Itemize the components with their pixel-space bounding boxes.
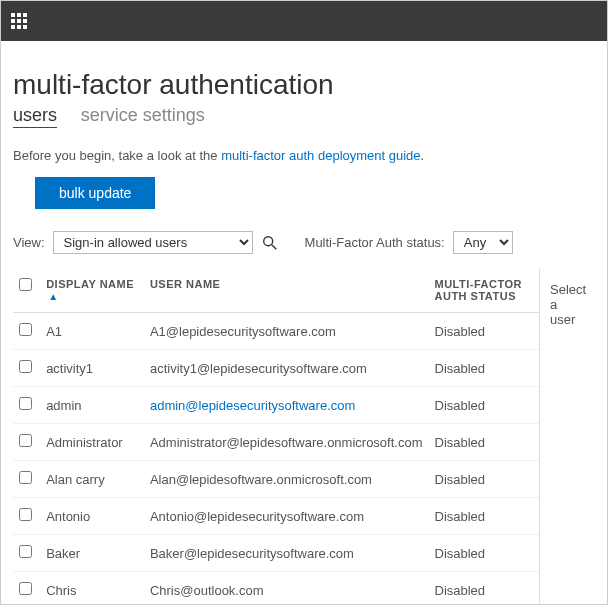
app-launcher-icon[interactable] bbox=[11, 13, 27, 29]
cell-display-name: Administrator bbox=[40, 424, 144, 461]
cell-mfa-status: Disabled bbox=[429, 461, 540, 498]
cell-mfa-status: Disabled bbox=[429, 498, 540, 535]
cell-mfa-status: Disabled bbox=[429, 424, 540, 461]
user-email: Alan@lepidesoftware.onmicrosoft.com bbox=[150, 472, 372, 487]
select-user-prompt: Select a user bbox=[550, 282, 585, 327]
cell-user-name: Antonio@lepidesecuritysoftware.com bbox=[144, 498, 429, 535]
tab-service-settings[interactable]: service settings bbox=[81, 105, 205, 125]
side-panel: Select a user bbox=[539, 268, 595, 605]
sort-asc-icon: ▲ bbox=[48, 291, 58, 302]
cell-mfa-status: Disabled bbox=[429, 313, 540, 350]
table-row[interactable]: AdministratorAdministrator@lepidesoftwar… bbox=[13, 424, 539, 461]
row-checkbox[interactable] bbox=[19, 397, 32, 410]
intro-text: Before you begin, take a look at the mul… bbox=[13, 148, 595, 163]
tabs: users service settings bbox=[13, 105, 595, 126]
view-label: View: bbox=[13, 235, 45, 250]
row-checkbox[interactable] bbox=[19, 508, 32, 521]
select-all-checkbox[interactable] bbox=[19, 278, 32, 291]
table-row[interactable]: adminadmin@lepidesecuritysoftware.comDis… bbox=[13, 387, 539, 424]
cell-user-name: admin@lepidesecuritysoftware.com bbox=[144, 387, 429, 424]
cell-display-name: Chris bbox=[40, 572, 144, 606]
cell-display-name: activity1 bbox=[40, 350, 144, 387]
table-row[interactable]: ChrisChris@outlook.comDisabled bbox=[13, 572, 539, 606]
col-user-name[interactable]: USER NAME bbox=[144, 268, 429, 313]
top-bar bbox=[1, 1, 607, 41]
cell-user-name: Baker@lepidesecuritysoftware.com bbox=[144, 535, 429, 572]
user-email-link[interactable]: admin@lepidesecuritysoftware.com bbox=[150, 398, 355, 413]
user-email: Baker@lepidesecuritysoftware.com bbox=[150, 546, 354, 561]
svg-point-0 bbox=[263, 236, 272, 245]
row-checkbox[interactable] bbox=[19, 434, 32, 447]
bulk-update-button[interactable]: bulk update bbox=[35, 177, 155, 209]
row-checkbox[interactable] bbox=[19, 471, 32, 484]
row-checkbox[interactable] bbox=[19, 360, 32, 373]
user-email: A1@lepidesecuritysoftware.com bbox=[150, 324, 336, 339]
user-email: Administrator@lepidesoftware.onmicrosoft… bbox=[150, 435, 423, 450]
mfa-status-label: Multi-Factor Auth status: bbox=[305, 235, 445, 250]
cell-mfa-status: Disabled bbox=[429, 535, 540, 572]
view-select[interactable]: Sign-in allowed users bbox=[53, 231, 253, 254]
tab-users[interactable]: users bbox=[13, 105, 57, 128]
cell-user-name: Administrator@lepidesoftware.onmicrosoft… bbox=[144, 424, 429, 461]
cell-user-name: A1@lepidesecuritysoftware.com bbox=[144, 313, 429, 350]
cell-display-name: Baker bbox=[40, 535, 144, 572]
row-checkbox[interactable] bbox=[19, 545, 32, 558]
users-table: DISPLAY NAME ▲ USER NAME MULTI-FACTOR AU… bbox=[13, 268, 539, 605]
table-row[interactable]: Alan carryAlan@lepidesoftware.onmicrosof… bbox=[13, 461, 539, 498]
mfa-status-select[interactable]: Any bbox=[453, 231, 513, 254]
cell-display-name: Alan carry bbox=[40, 461, 144, 498]
cell-display-name: Antonio bbox=[40, 498, 144, 535]
user-email: Chris@outlook.com bbox=[150, 583, 264, 598]
cell-display-name: admin bbox=[40, 387, 144, 424]
deployment-guide-link[interactable]: multi-factor auth deployment guide bbox=[221, 148, 420, 163]
col-display-name[interactable]: DISPLAY NAME ▲ bbox=[40, 268, 144, 313]
svg-line-1 bbox=[271, 244, 276, 249]
col-mfa-status[interactable]: MULTI-FACTOR AUTH STATUS bbox=[429, 268, 540, 313]
page-title: multi-factor authentication bbox=[13, 69, 595, 101]
col-display-name-label: DISPLAY NAME bbox=[46, 278, 134, 290]
row-checkbox[interactable] bbox=[19, 582, 32, 595]
intro-prefix: Before you begin, take a look at the bbox=[13, 148, 221, 163]
cell-mfa-status: Disabled bbox=[429, 387, 540, 424]
search-icon[interactable] bbox=[261, 234, 279, 252]
user-email: activity1@lepidesecuritysoftware.com bbox=[150, 361, 367, 376]
row-checkbox[interactable] bbox=[19, 323, 32, 336]
table-row[interactable]: A1A1@lepidesecuritysoftware.comDisabled bbox=[13, 313, 539, 350]
user-email: Antonio@lepidesecuritysoftware.com bbox=[150, 509, 364, 524]
cell-user-name: Alan@lepidesoftware.onmicrosoft.com bbox=[144, 461, 429, 498]
cell-mfa-status: Disabled bbox=[429, 350, 540, 387]
table-row[interactable]: activity1activity1@lepidesecuritysoftwar… bbox=[13, 350, 539, 387]
cell-user-name: activity1@lepidesecuritysoftware.com bbox=[144, 350, 429, 387]
table-row[interactable]: BakerBaker@lepidesecuritysoftware.comDis… bbox=[13, 535, 539, 572]
cell-mfa-status: Disabled bbox=[429, 572, 540, 606]
cell-display-name: A1 bbox=[40, 313, 144, 350]
intro-suffix: . bbox=[421, 148, 425, 163]
cell-user-name: Chris@outlook.com bbox=[144, 572, 429, 606]
table-row[interactable]: AntonioAntonio@lepidesecuritysoftware.co… bbox=[13, 498, 539, 535]
